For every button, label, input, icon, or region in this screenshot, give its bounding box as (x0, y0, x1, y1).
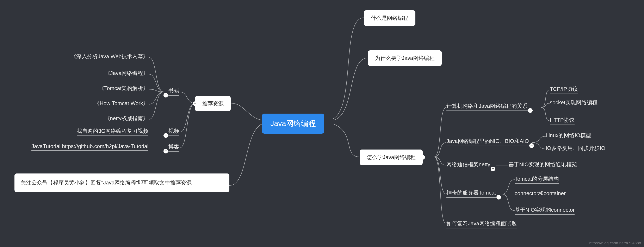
leaf-label: 《Java网络编程》 (105, 70, 148, 76)
watermark-text: https://blog.csdn.net/a724888 (589, 241, 641, 245)
leaf-connector-container[interactable]: connector和container (514, 190, 566, 198)
node-books[interactable]: 书籍 − (168, 87, 179, 96)
node-label: 如何复习Java网络编程面试题 (446, 220, 517, 227)
leaf-label: 《深入分析Java Web技术内幕》 (71, 53, 148, 59)
leaf-label: TCP/IP协议 (550, 86, 578, 92)
leaf-book-javaweb[interactable]: 《深入分析Java Web技术内幕》 (71, 53, 148, 61)
leaf-label: 《netty权威指南》 (104, 115, 148, 121)
leaf-http[interactable]: HTTP协议 (550, 116, 574, 125)
node-label: 书籍 (168, 88, 179, 94)
collapse-icon[interactable]: − (164, 133, 168, 138)
node-label: 博客 (168, 144, 179, 150)
leaf-socket[interactable]: socket实现网络编程 (550, 99, 598, 107)
leaf-nio-connector[interactable]: 基于NIO实现的connector (514, 206, 574, 215)
node-label: 什么是网络编程 (371, 15, 408, 21)
leaf-book-netty[interactable]: 《netty权威指南》 (104, 115, 148, 123)
node-label: 怎么学Java网络编程 (367, 154, 416, 160)
leaf-linux-io[interactable]: Linux的网络IO模型 (546, 132, 591, 140)
leaf-tcpip[interactable]: TCP/IP协议 (550, 85, 578, 94)
root-node[interactable]: Java网络编程 (262, 114, 324, 134)
leaf-book-javanetwork[interactable]: 《Java网络编程》 (105, 70, 148, 78)
root-label: Java网络编程 (270, 119, 316, 128)
leaf-blog-tutorial[interactable]: JavaTutorial https://github.com/h2pl/Jav… (32, 143, 148, 151)
node-video[interactable]: 视频 − (168, 127, 179, 136)
node-label: 神奇的服务器Tomcat (446, 190, 496, 196)
collapse-icon[interactable]: − (193, 101, 197, 106)
node-label: 网络通信框架netty (446, 161, 490, 168)
leaf-label: 《How Tomcat Work》 (94, 100, 148, 106)
node-what-is[interactable]: 什么是网络编程 (364, 10, 416, 26)
collapse-icon[interactable]: − (420, 155, 425, 160)
leaf-label: 《Tomcat架构解析》 (99, 85, 148, 91)
node-label: 推荐资源 (202, 100, 224, 107)
collapse-icon[interactable]: − (528, 108, 532, 113)
leaf-book-howtomcat[interactable]: 《How Tomcat Work》 (94, 100, 148, 108)
leaf-video-3g[interactable]: 我自购的3G网络编程复习视频 (77, 127, 148, 136)
leaf-label: connector和container (514, 190, 566, 196)
node-blog[interactable]: 博客 − (168, 143, 179, 152)
node-netty[interactable]: 网络通信框架netty − (446, 161, 490, 169)
collapse-icon[interactable]: − (164, 149, 168, 153)
leaf-label: JavaTutorial https://github.com/h2pl/Jav… (32, 143, 148, 149)
node-why-learn[interactable]: 为什么要学Java网络编程 (368, 50, 442, 66)
leaf-label: Tomcat的分层结构 (514, 176, 559, 182)
leaf-label: Linux的网络IO模型 (546, 132, 591, 138)
leaf-label: 基于NIO实现的网络通讯框架 (508, 161, 577, 168)
leaf-label: 我自购的3G网络编程复习视频 (77, 128, 148, 134)
collapse-icon[interactable]: − (496, 195, 501, 200)
collapse-icon[interactable]: − (529, 143, 534, 148)
node-label: 为什么要学Java网络编程 (375, 55, 435, 61)
leaf-label: 基于NIO实现的connector (514, 207, 574, 213)
leaf-label: IO多路复用、同步异步IO (546, 145, 605, 151)
node-how-learn[interactable]: 怎么学Java网络编程 − (360, 150, 423, 165)
collapse-icon[interactable]: − (491, 167, 495, 171)
leaf-netty-nio[interactable]: 基于NIO实现的网络通讯框架 (508, 161, 577, 169)
leaf-book-tomcat-arch[interactable]: 《Tomcat架构解析》 (99, 85, 148, 93)
node-nio-bio-aio[interactable]: Java网络编程里的NIO、BIO和AIO − (446, 138, 529, 146)
node-label: Java网络编程里的NIO、BIO和AIO (446, 138, 529, 144)
note-text: 关注公众号【程序员黄小斜】回复"Java网络编程"即可领取文中推荐资源 (21, 180, 192, 186)
node-network-relation[interactable]: 计算机网络和Java网络编程的关系 − (446, 102, 528, 111)
watermark: https://blog.csdn.net/a724888 (589, 241, 641, 245)
leaf-label: HTTP协议 (550, 117, 574, 123)
node-resources[interactable]: 推荐资源 − (195, 96, 231, 111)
node-tomcat[interactable]: 神奇的服务器Tomcat − (446, 189, 496, 198)
leaf-tomcat-layers[interactable]: Tomcat的分层结构 (514, 175, 559, 184)
node-interview[interactable]: 如何复习Java网络编程面试题 (446, 220, 517, 229)
node-label: 视频 (168, 128, 179, 134)
collapse-icon[interactable]: − (164, 93, 168, 97)
note-box: 关注公众号【程序员黄小斜】回复"Java网络编程"即可领取文中推荐资源 (14, 174, 230, 192)
node-label: 计算机网络和Java网络编程的关系 (446, 103, 528, 109)
leaf-io-multiplex[interactable]: IO多路复用、同步异步IO (546, 145, 605, 153)
leaf-label: socket实现网络编程 (550, 99, 598, 106)
